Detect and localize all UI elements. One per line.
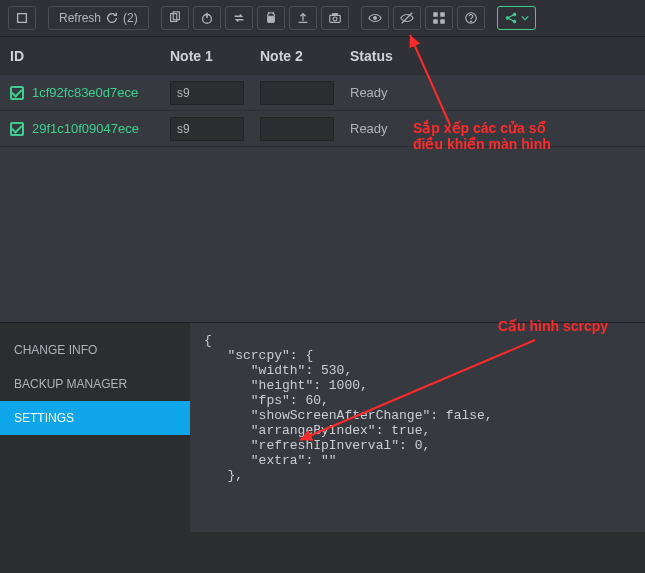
android-button[interactable] [257, 6, 285, 30]
svg-rect-14 [440, 13, 444, 17]
svg-rect-0 [18, 14, 27, 23]
camera-icon [328, 11, 342, 25]
note1-input[interactable] [170, 117, 244, 141]
help-button[interactable] [457, 6, 485, 30]
grid-button[interactable] [425, 6, 453, 30]
device-table: ID Note 1 Note 2 Status 1cf92fc83e0d7ece… [0, 37, 645, 322]
panel-sidebar: CHANGE INFO BACKUP MANAGER SETTINGS [0, 323, 190, 532]
eye-off-button[interactable] [393, 6, 421, 30]
col-note2: Note 2 [250, 37, 340, 74]
copy-icon [168, 11, 182, 25]
sidebar-item-settings[interactable]: SETTINGS [0, 401, 190, 435]
stop-button[interactable] [8, 6, 36, 30]
power-button[interactable] [193, 6, 221, 30]
table-row[interactable]: 1cf92fc83e0d7ece Ready [0, 75, 645, 111]
svg-rect-15 [433, 20, 437, 24]
refresh-button[interactable]: Refresh (2) [48, 6, 149, 30]
note2-input[interactable] [260, 81, 334, 105]
power-icon [200, 11, 214, 25]
eye-button[interactable] [361, 6, 389, 30]
help-icon [464, 11, 478, 25]
status-cell: Ready [340, 75, 645, 110]
repeat-icon [232, 11, 246, 25]
device-id-link[interactable]: 1cf92fc83e0d7ece [32, 85, 138, 100]
svg-line-23 [508, 19, 513, 21]
row-checkbox[interactable] [10, 122, 24, 136]
share-icon [504, 11, 518, 25]
chevron-down-icon [521, 14, 529, 22]
note1-input[interactable] [170, 81, 244, 105]
eye-icon [368, 11, 382, 25]
table-row[interactable]: 29f1c10f09047ece Ready [0, 111, 645, 147]
eye-off-icon [400, 11, 414, 25]
share-button[interactable] [497, 6, 536, 30]
col-note1: Note 1 [160, 37, 250, 74]
col-id: ID [0, 37, 160, 74]
grid-icon [432, 11, 446, 25]
svg-rect-5 [267, 16, 274, 22]
note2-input[interactable] [260, 117, 334, 141]
toolbar: Refresh (2) [0, 0, 645, 37]
upload-button[interactable] [289, 6, 317, 30]
svg-rect-13 [433, 13, 437, 17]
svg-rect-16 [440, 20, 444, 24]
svg-rect-10 [332, 14, 337, 16]
settings-code[interactable]: { "scrcpy": { "width": 530, "height": 10… [190, 323, 645, 532]
android-icon [264, 11, 278, 25]
camera-button[interactable] [321, 6, 349, 30]
square-icon [15, 11, 29, 25]
svg-line-6 [268, 12, 269, 14]
device-id-link[interactable]: 29f1c10f09047ece [32, 121, 139, 136]
svg-point-9 [333, 17, 337, 21]
upload-icon [296, 11, 310, 25]
row-checkbox[interactable] [10, 86, 24, 100]
sidebar-item-backup-manager[interactable]: BACKUP MANAGER [0, 367, 190, 401]
svg-line-7 [272, 12, 273, 14]
col-status: Status [340, 37, 645, 74]
copy-button[interactable] [161, 6, 189, 30]
table-empty-area [0, 147, 645, 322]
svg-line-22 [508, 15, 513, 17]
repeat-button[interactable] [225, 6, 253, 30]
status-cell: Ready [340, 111, 645, 146]
bottom-panel: CHANGE INFO BACKUP MANAGER SETTINGS { "s… [0, 322, 645, 532]
svg-point-11 [373, 16, 376, 19]
svg-point-18 [470, 21, 471, 22]
table-header-row: ID Note 1 Note 2 Status [0, 37, 645, 75]
sidebar-item-change-info[interactable]: CHANGE INFO [0, 333, 190, 367]
refresh-icon [105, 11, 119, 25]
